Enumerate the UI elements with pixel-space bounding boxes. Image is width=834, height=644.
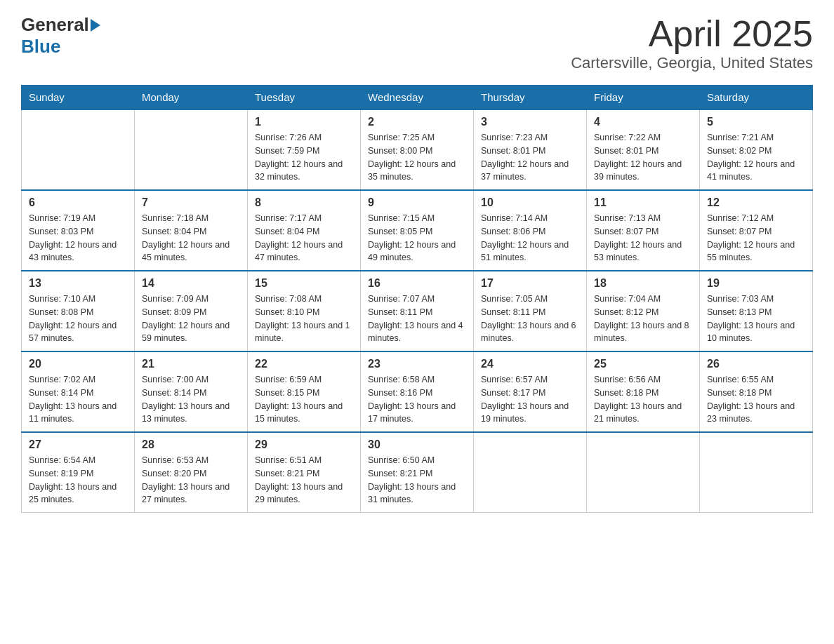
page-subtitle: Cartersville, Georgia, United States — [571, 54, 813, 72]
day-info: Sunrise: 7:09 AM Sunset: 8:09 PM Dayligh… — [142, 293, 240, 345]
logo-general: General — [21, 14, 89, 36]
calendar-cell: 13Sunrise: 7:10 AM Sunset: 8:08 PM Dayli… — [22, 271, 135, 351]
day-number: 9 — [368, 196, 466, 209]
header-row: Sunday Monday Tuesday Wednesday Thursday… — [22, 86, 813, 110]
calendar-cell: 2Sunrise: 7:25 AM Sunset: 8:00 PM Daylig… — [361, 109, 474, 190]
day-info: Sunrise: 6:56 AM Sunset: 8:18 PM Dayligh… — [594, 373, 692, 426]
calendar-cell: 16Sunrise: 7:07 AM Sunset: 8:11 PM Dayli… — [361, 271, 474, 351]
logo-arrow-icon — [91, 19, 100, 32]
day-number: 27 — [29, 438, 127, 451]
calendar-cell: 27Sunrise: 6:54 AM Sunset: 8:19 PM Dayli… — [22, 432, 135, 513]
day-number: 14 — [142, 277, 240, 290]
calendar-cell: 8Sunrise: 7:17 AM Sunset: 8:04 PM Daylig… — [248, 190, 361, 271]
day-info: Sunrise: 7:05 AM Sunset: 8:11 PM Dayligh… — [481, 293, 579, 345]
logo: General Blue — [21, 14, 100, 58]
calendar-cell: 25Sunrise: 6:56 AM Sunset: 8:18 PM Dayli… — [587, 351, 700, 432]
day-info: Sunrise: 6:59 AM Sunset: 8:15 PM Dayligh… — [255, 373, 353, 426]
day-number: 26 — [707, 358, 805, 370]
col-saturday: Saturday — [700, 86, 813, 110]
day-info: Sunrise: 7:13 AM Sunset: 8:07 PM Dayligh… — [594, 212, 692, 264]
day-info: Sunrise: 6:57 AM Sunset: 8:17 PM Dayligh… — [481, 373, 579, 426]
day-info: Sunrise: 7:08 AM Sunset: 8:10 PM Dayligh… — [255, 293, 353, 345]
day-number: 6 — [29, 196, 127, 209]
day-number: 8 — [255, 196, 353, 209]
day-number: 21 — [142, 358, 240, 370]
calendar-cell: 5Sunrise: 7:21 AM Sunset: 8:02 PM Daylig… — [700, 109, 813, 190]
day-number: 11 — [594, 196, 692, 209]
day-info: Sunrise: 7:26 AM Sunset: 7:59 PM Dayligh… — [255, 131, 353, 184]
calendar-cell — [587, 432, 700, 513]
page-title: April 2025 — [571, 14, 813, 54]
calendar-cell — [700, 432, 813, 513]
day-number: 19 — [707, 277, 805, 290]
calendar-cell: 10Sunrise: 7:14 AM Sunset: 8:06 PM Dayli… — [474, 190, 587, 271]
calendar-week-row: 20Sunrise: 7:02 AM Sunset: 8:14 PM Dayli… — [22, 351, 813, 432]
day-number: 18 — [594, 277, 692, 290]
day-info: Sunrise: 6:53 AM Sunset: 8:20 PM Dayligh… — [142, 454, 240, 507]
page-header: General Blue April 2025 Cartersville, Ge… — [21, 14, 813, 72]
day-info: Sunrise: 7:03 AM Sunset: 8:13 PM Dayligh… — [707, 293, 805, 345]
day-number: 25 — [594, 358, 692, 370]
calendar-header: Sunday Monday Tuesday Wednesday Thursday… — [22, 86, 813, 110]
col-friday: Friday — [587, 86, 700, 110]
col-sunday: Sunday — [22, 86, 135, 110]
calendar-cell: 9Sunrise: 7:15 AM Sunset: 8:05 PM Daylig… — [361, 190, 474, 271]
calendar-cell: 20Sunrise: 7:02 AM Sunset: 8:14 PM Dayli… — [22, 351, 135, 432]
day-number: 16 — [368, 277, 466, 290]
day-info: Sunrise: 7:17 AM Sunset: 8:04 PM Dayligh… — [255, 212, 353, 264]
day-number: 28 — [142, 438, 240, 451]
day-number: 12 — [707, 196, 805, 209]
calendar-week-row: 13Sunrise: 7:10 AM Sunset: 8:08 PM Dayli… — [22, 271, 813, 351]
logo-blue: Blue — [21, 36, 60, 57]
day-info: Sunrise: 7:10 AM Sunset: 8:08 PM Dayligh… — [29, 293, 127, 345]
calendar-cell — [474, 432, 587, 513]
calendar-cell: 1Sunrise: 7:26 AM Sunset: 7:59 PM Daylig… — [248, 109, 361, 190]
calendar-cell: 6Sunrise: 7:19 AM Sunset: 8:03 PM Daylig… — [22, 190, 135, 271]
calendar-cell: 18Sunrise: 7:04 AM Sunset: 8:12 PM Dayli… — [587, 271, 700, 351]
calendar-cell: 24Sunrise: 6:57 AM Sunset: 8:17 PM Dayli… — [474, 351, 587, 432]
day-info: Sunrise: 7:22 AM Sunset: 8:01 PM Dayligh… — [594, 131, 692, 184]
calendar-week-row: 6Sunrise: 7:19 AM Sunset: 8:03 PM Daylig… — [22, 190, 813, 271]
calendar-body: 1Sunrise: 7:26 AM Sunset: 7:59 PM Daylig… — [22, 109, 813, 513]
day-number: 23 — [368, 358, 466, 370]
col-tuesday: Tuesday — [248, 86, 361, 110]
calendar-cell: 15Sunrise: 7:08 AM Sunset: 8:10 PM Dayli… — [248, 271, 361, 351]
title-block: April 2025 Cartersville, Georgia, United… — [571, 14, 813, 72]
day-info: Sunrise: 7:14 AM Sunset: 8:06 PM Dayligh… — [481, 212, 579, 264]
day-number: 4 — [594, 116, 692, 128]
col-wednesday: Wednesday — [361, 86, 474, 110]
calendar-cell: 11Sunrise: 7:13 AM Sunset: 8:07 PM Dayli… — [587, 190, 700, 271]
day-info: Sunrise: 7:15 AM Sunset: 8:05 PM Dayligh… — [368, 212, 466, 264]
day-info: Sunrise: 7:04 AM Sunset: 8:12 PM Dayligh… — [594, 293, 692, 345]
day-number: 17 — [481, 277, 579, 290]
day-info: Sunrise: 7:18 AM Sunset: 8:04 PM Dayligh… — [142, 212, 240, 264]
calendar-cell: 21Sunrise: 7:00 AM Sunset: 8:14 PM Dayli… — [135, 351, 248, 432]
day-info: Sunrise: 7:23 AM Sunset: 8:01 PM Dayligh… — [481, 131, 579, 184]
day-number: 29 — [255, 438, 353, 451]
day-number: 2 — [368, 116, 466, 128]
calendar-cell: 26Sunrise: 6:55 AM Sunset: 8:18 PM Dayli… — [700, 351, 813, 432]
calendar-cell: 12Sunrise: 7:12 AM Sunset: 8:07 PM Dayli… — [700, 190, 813, 271]
day-info: Sunrise: 7:02 AM Sunset: 8:14 PM Dayligh… — [29, 373, 127, 426]
day-number: 5 — [707, 116, 805, 128]
day-info: Sunrise: 7:07 AM Sunset: 8:11 PM Dayligh… — [368, 293, 466, 345]
day-info: Sunrise: 6:55 AM Sunset: 8:18 PM Dayligh… — [707, 373, 805, 426]
calendar-week-row: 1Sunrise: 7:26 AM Sunset: 7:59 PM Daylig… — [22, 109, 813, 190]
day-number: 20 — [29, 358, 127, 370]
calendar-table: Sunday Monday Tuesday Wednesday Thursday… — [21, 85, 813, 513]
col-monday: Monday — [135, 86, 248, 110]
day-number: 13 — [29, 277, 127, 290]
day-number: 15 — [255, 277, 353, 290]
day-info: Sunrise: 7:19 AM Sunset: 8:03 PM Dayligh… — [29, 212, 127, 264]
calendar-cell: 3Sunrise: 7:23 AM Sunset: 8:01 PM Daylig… — [474, 109, 587, 190]
calendar-week-row: 27Sunrise: 6:54 AM Sunset: 8:19 PM Dayli… — [22, 432, 813, 513]
day-number: 10 — [481, 196, 579, 209]
day-info: Sunrise: 7:12 AM Sunset: 8:07 PM Dayligh… — [707, 212, 805, 264]
calendar-cell: 28Sunrise: 6:53 AM Sunset: 8:20 PM Dayli… — [135, 432, 248, 513]
day-info: Sunrise: 6:54 AM Sunset: 8:19 PM Dayligh… — [29, 454, 127, 507]
day-number: 24 — [481, 358, 579, 370]
day-info: Sunrise: 7:25 AM Sunset: 8:00 PM Dayligh… — [368, 131, 466, 184]
day-info: Sunrise: 6:51 AM Sunset: 8:21 PM Dayligh… — [255, 454, 353, 507]
day-info: Sunrise: 6:58 AM Sunset: 8:16 PM Dayligh… — [368, 373, 466, 426]
day-info: Sunrise: 7:21 AM Sunset: 8:02 PM Dayligh… — [707, 131, 805, 184]
